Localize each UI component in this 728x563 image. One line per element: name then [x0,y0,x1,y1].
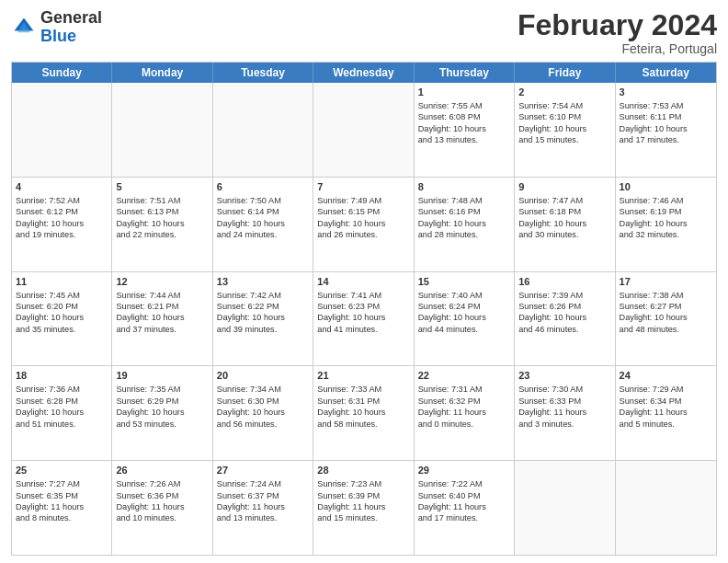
empty-cell [616,461,716,555]
day-info: Sunrise: 7:40 AM Sunset: 6:24 PM Dayligh… [418,291,486,334]
day-info: Sunrise: 7:27 AM Sunset: 6:35 PM Dayligh… [16,479,84,523]
day-cell-20: 20Sunrise: 7:34 AM Sunset: 6:30 PM Dayli… [213,366,313,460]
day-number: 20 [217,369,309,383]
subtitle: Feteira, Portugal [518,41,717,56]
day-cell-13: 13Sunrise: 7:42 AM Sunset: 6:22 PM Dayli… [213,272,313,366]
day-cell-24: 24Sunrise: 7:29 AM Sunset: 6:34 PM Dayli… [616,366,716,460]
day-number: 1 [418,86,510,99]
day-info: Sunrise: 7:36 AM Sunset: 6:28 PM Dayligh… [16,385,84,428]
day-info: Sunrise: 7:54 AM Sunset: 6:10 PM Dayligh… [518,101,586,144]
day-info: Sunrise: 7:41 AM Sunset: 6:23 PM Dayligh… [317,291,385,334]
day-number: 26 [116,464,208,477]
day-number: 5 [116,180,208,194]
day-info: Sunrise: 7:38 AM Sunset: 6:27 PM Dayligh… [620,291,688,334]
day-cell-8: 8Sunrise: 7:48 AM Sunset: 6:16 PM Daylig… [415,178,515,271]
day-number: 11 [16,275,108,289]
empty-cell [112,83,212,177]
empty-cell [515,461,615,555]
day-info: Sunrise: 7:23 AM Sunset: 6:39 PM Dayligh… [317,479,385,523]
header-day-saturday: Saturday [616,63,716,83]
day-info: Sunrise: 7:33 AM Sunset: 6:31 PM Dayligh… [317,385,385,428]
day-cell-18: 18Sunrise: 7:36 AM Sunset: 6:28 PM Dayli… [12,366,112,460]
day-number: 24 [620,369,712,383]
logo-icon [11,15,37,40]
day-number: 15 [418,275,510,289]
day-cell-7: 7Sunrise: 7:49 AM Sunset: 6:15 PM Daylig… [313,178,414,271]
day-number: 23 [518,369,610,383]
header-day-wednesday: Wednesday [313,63,414,83]
day-info: Sunrise: 7:55 AM Sunset: 6:08 PM Dayligh… [418,101,486,144]
header-day-sunday: Sunday [12,63,112,83]
calendar-body: 1Sunrise: 7:55 AM Sunset: 6:08 PM Daylig… [12,83,716,555]
day-info: Sunrise: 7:22 AM Sunset: 6:40 PM Dayligh… [418,479,486,523]
header-day-monday: Monday [112,63,212,83]
day-number: 17 [620,275,712,289]
calendar-row-1: 4Sunrise: 7:52 AM Sunset: 6:12 PM Daylig… [12,177,716,271]
day-info: Sunrise: 7:46 AM Sunset: 6:19 PM Dayligh… [620,196,688,239]
day-cell-6: 6Sunrise: 7:50 AM Sunset: 6:14 PM Daylig… [213,178,313,271]
day-info: Sunrise: 7:35 AM Sunset: 6:29 PM Dayligh… [116,385,184,428]
day-info: Sunrise: 7:31 AM Sunset: 6:32 PM Dayligh… [418,385,486,428]
day-number: 12 [116,275,208,289]
day-info: Sunrise: 7:49 AM Sunset: 6:15 PM Dayligh… [317,196,385,239]
day-cell-11: 11Sunrise: 7:45 AM Sunset: 6:20 PM Dayli… [12,272,112,366]
day-cell-15: 15Sunrise: 7:40 AM Sunset: 6:24 PM Dayli… [415,272,515,366]
day-info: Sunrise: 7:53 AM Sunset: 6:11 PM Dayligh… [620,101,688,144]
day-info: Sunrise: 7:39 AM Sunset: 6:26 PM Dayligh… [518,291,586,334]
empty-cell [12,83,112,177]
day-info: Sunrise: 7:30 AM Sunset: 6:33 PM Dayligh… [518,385,586,428]
day-cell-2: 2Sunrise: 7:54 AM Sunset: 6:10 PM Daylig… [515,83,615,177]
day-cell-14: 14Sunrise: 7:41 AM Sunset: 6:23 PM Dayli… [313,272,414,366]
empty-cell [313,83,414,177]
day-cell-26: 26Sunrise: 7:26 AM Sunset: 6:36 PM Dayli… [112,461,212,555]
header-day-friday: Friday [515,63,615,83]
day-number: 25 [16,464,108,477]
day-info: Sunrise: 7:51 AM Sunset: 6:13 PM Dayligh… [116,196,184,239]
day-info: Sunrise: 7:47 AM Sunset: 6:18 PM Dayligh… [518,196,586,239]
day-number: 3 [620,86,712,99]
calendar-header: SundayMondayTuesdayWednesdayThursdayFrid… [12,63,716,83]
day-number: 27 [217,464,309,477]
day-info: Sunrise: 7:50 AM Sunset: 6:14 PM Dayligh… [217,196,285,239]
month-title: February 2024 [518,9,717,41]
day-number: 8 [418,180,510,194]
day-number: 21 [317,369,409,383]
day-cell-29: 29Sunrise: 7:22 AM Sunset: 6:40 PM Dayli… [415,461,515,555]
day-cell-27: 27Sunrise: 7:24 AM Sunset: 6:37 PM Dayli… [213,461,313,555]
day-info: Sunrise: 7:52 AM Sunset: 6:12 PM Dayligh… [16,196,84,239]
day-info: Sunrise: 7:44 AM Sunset: 6:21 PM Dayligh… [116,291,184,334]
day-cell-22: 22Sunrise: 7:31 AM Sunset: 6:32 PM Dayli… [415,366,515,460]
day-cell-3: 3Sunrise: 7:53 AM Sunset: 6:11 PM Daylig… [616,83,716,177]
day-cell-4: 4Sunrise: 7:52 AM Sunset: 6:12 PM Daylig… [12,178,112,271]
calendar: SundayMondayTuesdayWednesdayThursdayFrid… [11,62,717,556]
calendar-row-0: 1Sunrise: 7:55 AM Sunset: 6:08 PM Daylig… [12,83,716,177]
day-cell-21: 21Sunrise: 7:33 AM Sunset: 6:31 PM Dayli… [313,366,414,460]
day-number: 2 [518,86,610,99]
day-cell-28: 28Sunrise: 7:23 AM Sunset: 6:39 PM Dayli… [313,461,414,555]
day-number: 7 [317,180,409,194]
day-cell-5: 5Sunrise: 7:51 AM Sunset: 6:13 PM Daylig… [112,178,212,271]
day-cell-17: 17Sunrise: 7:38 AM Sunset: 6:27 PM Dayli… [616,272,716,366]
day-number: 16 [518,275,610,289]
header-day-tuesday: Tuesday [213,63,313,83]
day-info: Sunrise: 7:48 AM Sunset: 6:16 PM Dayligh… [418,196,486,239]
header: General Blue February 2024 Feteira, Port… [11,9,717,56]
day-info: Sunrise: 7:24 AM Sunset: 6:37 PM Dayligh… [217,479,285,523]
day-info: Sunrise: 7:42 AM Sunset: 6:22 PM Dayligh… [217,291,285,334]
day-cell-19: 19Sunrise: 7:35 AM Sunset: 6:29 PM Dayli… [112,366,212,460]
day-number: 14 [317,275,409,289]
day-number: 28 [317,464,409,477]
day-number: 29 [418,464,510,477]
day-number: 18 [16,369,108,383]
day-info: Sunrise: 7:34 AM Sunset: 6:30 PM Dayligh… [217,385,285,428]
day-number: 19 [116,369,208,383]
day-cell-12: 12Sunrise: 7:44 AM Sunset: 6:21 PM Dayli… [112,272,212,366]
empty-cell [213,83,313,177]
day-cell-9: 9Sunrise: 7:47 AM Sunset: 6:18 PM Daylig… [515,178,615,271]
day-info: Sunrise: 7:29 AM Sunset: 6:34 PM Dayligh… [620,385,688,428]
logo-text: General Blue [40,9,102,46]
day-cell-25: 25Sunrise: 7:27 AM Sunset: 6:35 PM Dayli… [12,461,112,555]
logo: General Blue [11,9,102,46]
day-cell-10: 10Sunrise: 7:46 AM Sunset: 6:19 PM Dayli… [616,178,716,271]
day-number: 22 [418,369,510,383]
